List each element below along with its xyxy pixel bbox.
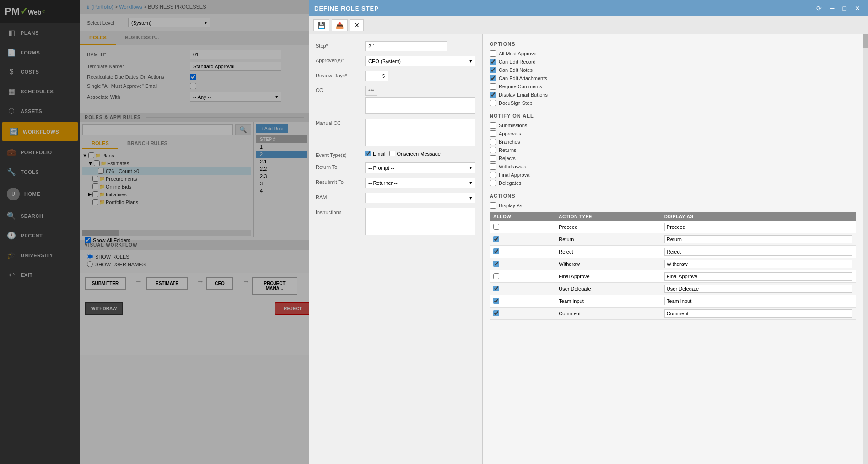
actions-section: ACTIONS Display As ALLOW ACTION TYPE DIS… — [490, 193, 856, 320]
onscreen-checkbox[interactable] — [389, 151, 395, 156]
can-edit-notes-label: Can Edit Notes — [499, 67, 533, 73]
proceed-display-as[interactable] — [664, 223, 852, 231]
display-as-col-header: DISPLAY AS — [661, 212, 856, 221]
resubmit-row: Resubmit To -- Returner -- ▾ — [316, 178, 475, 188]
return-display-as[interactable] — [664, 235, 852, 243]
can-edit-notes-checkbox[interactable] — [490, 67, 496, 73]
display-as-row: Display As — [490, 202, 856, 209]
comment-allow-cb[interactable] — [493, 310, 499, 316]
approvals-checkbox[interactable] — [490, 130, 496, 137]
ram-row: RAM ▾ — [316, 193, 475, 203]
proceed-allow-cb[interactable] — [493, 224, 499, 230]
chevron-down-icon: ▾ — [469, 195, 472, 201]
reject-display-as[interactable] — [664, 248, 852, 256]
notify-submissions: Submissions — [490, 122, 856, 129]
user-delegate-display-as[interactable] — [664, 285, 852, 293]
all-must-approve-label: All Must Approve — [499, 51, 537, 56]
modal-options: OPTIONS All Must Approve Can Edit Record… — [483, 34, 863, 464]
review-days-row: Review Days* — [316, 71, 475, 81]
option-display-email-buttons: Display Email Buttons — [490, 92, 856, 98]
minimize-button[interactable]: ─ — [828, 4, 837, 13]
approvers-label: Approver(s)* — [316, 56, 361, 63]
rejects-checkbox[interactable] — [490, 155, 496, 162]
user-delegate-allow-cb[interactable] — [493, 286, 499, 291]
delegates-checkbox[interactable] — [490, 180, 496, 186]
table-row: Reject — [490, 246, 856, 258]
reject-allow-cb[interactable] — [493, 248, 499, 254]
return-to-label: Return To — [316, 162, 361, 170]
discard-button[interactable]: ✕ — [350, 19, 364, 31]
team-input-allow-cb[interactable] — [493, 298, 499, 304]
return-to-row: Return To -- Prompt -- ▾ — [316, 162, 475, 173]
comment-display-as[interactable] — [664, 309, 852, 318]
onscreen-option[interactable]: Onscreen Message — [389, 151, 441, 156]
branches-checkbox[interactable] — [490, 139, 496, 145]
refresh-button[interactable]: ⟳ — [814, 4, 824, 13]
review-days-label: Review Days* — [316, 71, 361, 78]
export-button[interactable]: 📤 — [332, 19, 348, 31]
can-edit-record-checkbox[interactable] — [490, 59, 496, 65]
approvers-row: Approver(s)* CEO (System) ▾ — [316, 56, 475, 66]
email-option[interactable]: Email — [365, 151, 386, 156]
cc-row: CC ••• — [316, 86, 475, 114]
actions-title: ACTIONS — [490, 193, 856, 199]
return-to-select[interactable]: -- Prompt -- ▾ — [365, 162, 475, 173]
modal-toolbar: 💾 📤 ✕ — [309, 16, 868, 34]
modal-scrollbar[interactable] — [863, 34, 868, 464]
scrollbar-thumb — [863, 34, 868, 48]
reject-action-type: Reject — [555, 246, 661, 258]
require-comments-label: Require Comments — [499, 84, 542, 89]
final-approve-allow-cb[interactable] — [493, 273, 499, 279]
final-approval-checkbox[interactable] — [490, 172, 496, 178]
notify-title: NOTIFY ON ALL — [490, 113, 856, 119]
step-input[interactable] — [365, 41, 447, 51]
submissions-checkbox[interactable] — [490, 122, 496, 129]
step-row: Step* — [316, 41, 475, 51]
instructions-row: Instructions — [316, 208, 475, 235]
table-row: Team Input — [490, 295, 856, 308]
returns-checkbox[interactable] — [490, 147, 496, 153]
notify-section: NOTIFY ON ALL Submissions Approvals Bran… — [490, 113, 856, 186]
notify-returns: Returns — [490, 147, 856, 153]
resubmit-select[interactable]: -- Returner -- ▾ — [365, 178, 475, 188]
display-email-buttons-checkbox[interactable] — [490, 92, 496, 98]
cc-dots-button[interactable]: ••• — [365, 86, 377, 96]
team-input-display-as[interactable] — [664, 297, 852, 305]
can-edit-attachments-checkbox[interactable] — [490, 75, 496, 81]
display-as-checkbox[interactable] — [490, 202, 496, 209]
notify-final-approval: Final Approval — [490, 172, 856, 178]
manual-cc-row: Manual CC — [316, 119, 475, 146]
save-button[interactable]: 💾 — [313, 19, 329, 31]
table-row: Comment — [490, 308, 856, 320]
ram-select[interactable]: ▾ — [365, 193, 475, 203]
manual-cc-textarea[interactable] — [365, 119, 475, 146]
cc-textarea[interactable] — [365, 97, 475, 114]
proceed-action-type: Proceed — [555, 221, 661, 233]
maximize-button[interactable]: □ — [841, 4, 849, 13]
allow-col-header: ALLOW — [490, 212, 555, 221]
event-types-options: Email Onscreen Message — [365, 151, 441, 156]
team-input-action-type: Team Input — [555, 295, 661, 308]
display-as-label: Display As — [499, 203, 522, 208]
withdraw-display-as[interactable] — [664, 260, 852, 268]
option-docusign: DocuSign Step — [490, 100, 856, 106]
email-checkbox[interactable] — [365, 151, 371, 156]
withdrawals-checkbox[interactable] — [490, 163, 496, 170]
withdraw-allow-cb[interactable] — [493, 261, 499, 267]
require-comments-checkbox[interactable] — [490, 83, 496, 90]
final-approve-display-as[interactable] — [664, 272, 852, 281]
approvers-select[interactable]: CEO (System) ▾ — [365, 56, 475, 66]
instructions-textarea[interactable] — [365, 208, 475, 235]
return-action-type: Return — [555, 233, 661, 246]
chevron-down-icon: ▾ — [469, 180, 472, 186]
close-button[interactable]: ✕ — [852, 4, 863, 13]
docusign-checkbox[interactable] — [490, 100, 496, 106]
review-days-input[interactable] — [365, 71, 388, 81]
docusign-label: DocuSign Step — [499, 100, 532, 106]
return-allow-cb[interactable] — [493, 236, 499, 242]
notify-branches: Branches — [490, 139, 856, 145]
chevron-down-icon: ▾ — [469, 58, 472, 64]
all-must-approve-checkbox[interactable] — [490, 50, 496, 57]
modal-overlay — [0, 0, 309, 464]
comment-action-type: Comment — [555, 308, 661, 320]
